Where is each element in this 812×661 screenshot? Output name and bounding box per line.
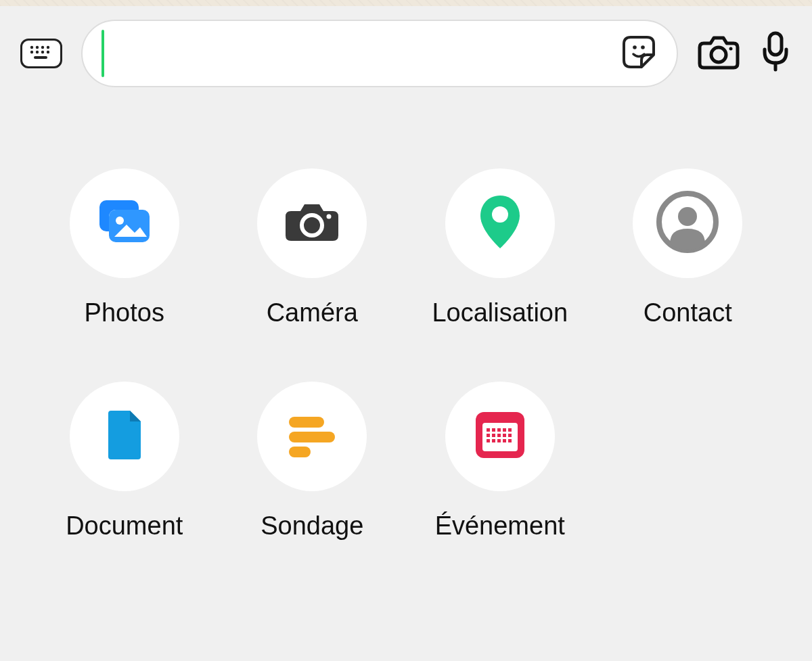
- svg-point-0: [30, 46, 33, 49]
- calendar-icon: [472, 408, 528, 465]
- chat-pattern-strip: [0, 0, 812, 6]
- svg-rect-35: [492, 434, 495, 437]
- svg-rect-24: [289, 417, 324, 428]
- contact-icon: [656, 191, 719, 256]
- svg-point-20: [327, 214, 332, 219]
- attachment-grid: Photos Caméra Localisation: [0, 101, 812, 541]
- camera-fill-icon: [283, 198, 341, 249]
- svg-point-21: [492, 206, 508, 223]
- svg-point-5: [36, 51, 39, 53]
- camera-icon: [697, 32, 740, 74]
- attach-photos-circle: [70, 168, 179, 278]
- svg-rect-13: [769, 33, 782, 55]
- attach-photos[interactable]: Photos: [30, 168, 219, 327]
- attach-poll[interactable]: Sondage: [219, 382, 407, 541]
- svg-point-2: [41, 46, 44, 49]
- attach-poll-circle: [257, 382, 367, 491]
- keyboard-button[interactable]: [20, 39, 62, 68]
- svg-rect-8: [34, 56, 47, 59]
- svg-rect-37: [503, 434, 506, 437]
- attach-event[interactable]: Événement: [406, 382, 594, 541]
- svg-point-11: [711, 47, 726, 62]
- attach-document[interactable]: Document: [30, 382, 219, 541]
- attach-contact-label: Contact: [644, 298, 732, 327]
- sticker-button[interactable]: [620, 33, 658, 74]
- svg-rect-29: [487, 428, 490, 432]
- poll-icon: [285, 411, 339, 461]
- svg-point-6: [41, 51, 44, 53]
- svg-rect-41: [497, 439, 501, 442]
- sticker-icon: [620, 33, 658, 74]
- attach-camera-circle: [257, 168, 367, 278]
- attach-contact[interactable]: Contact: [594, 168, 782, 327]
- photos-icon: [94, 195, 155, 252]
- svg-point-3: [47, 46, 49, 49]
- mic-button[interactable]: [759, 30, 792, 76]
- message-input-container[interactable]: [81, 20, 678, 87]
- svg-point-12: [729, 47, 733, 51]
- svg-rect-36: [497, 434, 501, 437]
- svg-rect-40: [492, 439, 495, 442]
- attach-location-circle: [445, 168, 555, 278]
- attach-photos-label: Photos: [85, 298, 164, 327]
- attach-event-label: Événement: [435, 511, 565, 541]
- location-pin-icon: [476, 191, 524, 255]
- attach-event-circle: [445, 382, 555, 491]
- svg-point-1: [36, 46, 39, 49]
- svg-rect-42: [503, 439, 506, 442]
- svg-rect-38: [508, 434, 512, 437]
- svg-point-18: [116, 216, 124, 225]
- attach-contact-circle: [633, 168, 742, 278]
- attach-camera-label: Caméra: [267, 298, 358, 327]
- svg-point-4: [30, 51, 33, 53]
- camera-button[interactable]: [697, 32, 740, 74]
- svg-rect-30: [492, 428, 495, 432]
- message-input[interactable]: [104, 43, 620, 64]
- svg-rect-34: [487, 434, 490, 437]
- microphone-icon: [759, 30, 792, 76]
- svg-point-23: [678, 207, 697, 226]
- attach-document-circle: [70, 382, 179, 491]
- attach-document-label: Document: [66, 511, 183, 541]
- attach-location-label: Localisation: [432, 298, 568, 327]
- svg-rect-32: [503, 428, 506, 432]
- message-toolbar: [0, 6, 812, 101]
- attach-poll-label: Sondage: [261, 511, 363, 541]
- svg-rect-39: [487, 439, 490, 442]
- attach-location[interactable]: Localisation: [406, 168, 594, 327]
- attach-camera[interactable]: Caméra: [219, 168, 407, 327]
- svg-rect-25: [289, 432, 335, 442]
- svg-point-9: [633, 45, 637, 49]
- svg-rect-43: [508, 439, 512, 442]
- keyboard-icon: [28, 43, 55, 64]
- svg-point-7: [47, 51, 49, 53]
- svg-point-10: [641, 45, 645, 49]
- svg-rect-31: [497, 428, 501, 432]
- svg-rect-17: [109, 210, 150, 242]
- svg-rect-26: [289, 447, 311, 457]
- document-icon: [103, 408, 146, 465]
- svg-rect-33: [508, 428, 512, 432]
